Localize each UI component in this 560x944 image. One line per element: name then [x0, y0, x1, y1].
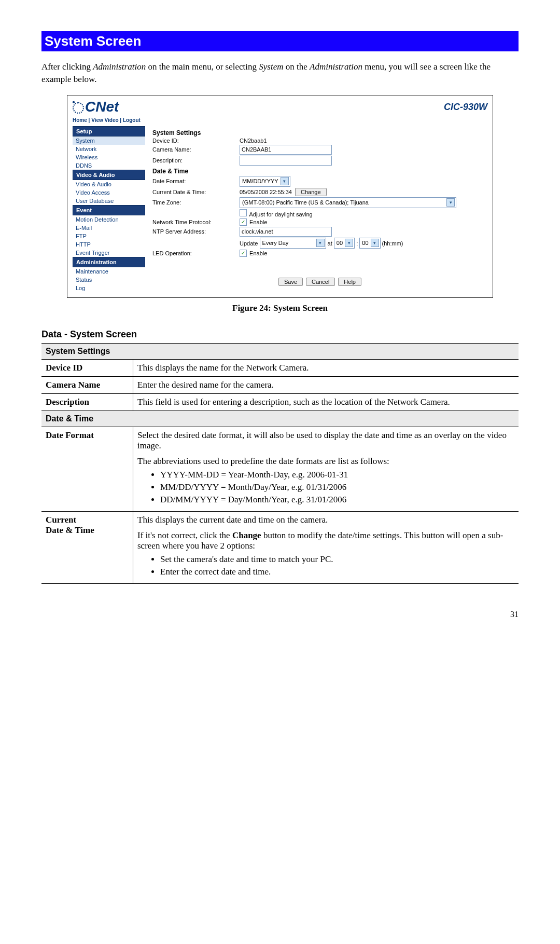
row-current-dt-desc: This displays the current date and time …	[133, 511, 519, 583]
date-format-select[interactable]: MM/DD/YYYY ▾	[240, 176, 290, 187]
hour-select[interactable]: 00▾	[334, 238, 355, 249]
datetime-heading: Date & Time	[152, 168, 487, 175]
current-datetime-value: 05/05/2008 22:55:34	[240, 189, 292, 195]
sidebar-nav: Setup System Network Wireless DDNS Video…	[73, 126, 145, 292]
row-date-format-desc: Select the desired date format, it will …	[133, 427, 519, 511]
minute-select[interactable]: 00▾	[359, 238, 380, 249]
nav-setup-header: Setup	[73, 126, 145, 136]
nav-event-trigger[interactable]: Event Trigger	[73, 249, 145, 257]
ntp-enable-checkbox[interactable]: ✓	[240, 218, 247, 226]
data-section-heading: Data - System Screen	[41, 329, 519, 340]
nav-motion-detection[interactable]: Motion Detection	[73, 215, 145, 224]
content-panel: System Settings Device ID: CN2baab1 Came…	[152, 126, 487, 292]
row-date-format-label: Date Format	[41, 427, 133, 511]
timezone-select[interactable]: (GMT-08:00) Pacific Time (US & Canada); …	[240, 197, 456, 208]
figure-caption: Figure 24: System Screen	[41, 303, 519, 313]
led-enable-checkbox[interactable]: ✓	[240, 250, 247, 257]
timezone-label: Time Zone:	[152, 199, 235, 206]
row-current-dt-label: Current Date & Time	[41, 511, 133, 583]
chevron-down-icon: ▾	[371, 239, 379, 247]
row-device-id-label: Device ID	[41, 359, 133, 376]
description-input[interactable]	[240, 156, 332, 166]
breadcrumb-home[interactable]: Home	[73, 117, 87, 123]
row-camera-name-label: Camera Name	[41, 376, 133, 393]
ntp-label: Network Time Protocol:	[152, 219, 235, 225]
help-button[interactable]: Help	[338, 278, 361, 286]
nav-user-database[interactable]: User Database	[73, 197, 145, 205]
nav-system[interactable]: System	[73, 136, 145, 145]
logo-icon	[73, 101, 84, 113]
daylight-label: Adjust for daylight saving	[249, 211, 312, 217]
nav-event-header: Event	[73, 205, 145, 215]
camera-name-label: Camera Name:	[152, 146, 235, 153]
page-number: 31	[41, 610, 519, 619]
nav-maintenance[interactable]: Maintenance	[73, 267, 145, 276]
nav-network[interactable]: Network	[73, 145, 145, 153]
row-camera-name-desc: Enter the desired name for the camera.	[133, 376, 519, 393]
current-datetime-label: Current Date & Time:	[152, 189, 235, 195]
daylight-checkbox[interactable]	[240, 209, 247, 216]
nav-status[interactable]: Status	[73, 276, 145, 284]
nav-log[interactable]: Log	[73, 284, 145, 292]
ntp-enable-label: Enable	[249, 218, 267, 225]
system-settings-heading: System Settings	[152, 129, 487, 136]
intro-paragraph: After clicking Administration on the mai…	[41, 61, 519, 86]
breadcrumb-logout[interactable]: Logout	[123, 117, 141, 123]
ntp-server-label: NTP Server Address:	[152, 228, 235, 235]
cancel-button[interactable]: Cancel	[306, 278, 335, 286]
hhmm-hint: (hh:mm)	[382, 240, 403, 246]
update-frequency-select[interactable]: Every Day ▾	[260, 238, 326, 249]
system-screen-screenshot: CNet CIC-930W Home | View Video | Logout…	[67, 95, 493, 298]
nav-wireless[interactable]: Wireless	[73, 153, 145, 161]
breadcrumb-view-video[interactable]: View Video	[91, 117, 118, 123]
chevron-down-icon: ▾	[446, 198, 455, 207]
data-table: System Settings Device ID This displays …	[41, 343, 519, 584]
date-format-label: Date Format:	[152, 178, 235, 184]
breadcrumb: Home | View Video | Logout	[67, 117, 493, 126]
nav-ftp[interactable]: FTP	[73, 232, 145, 240]
change-button[interactable]: Change	[295, 188, 327, 196]
chevron-down-icon: ▾	[316, 239, 325, 247]
nav-admin-header: Administration	[73, 257, 145, 267]
description-label: Description:	[152, 157, 235, 163]
device-id-value: CN2baab1	[240, 138, 487, 144]
cnet-logo: CNet	[73, 99, 119, 115]
update-label: Update	[240, 240, 258, 246]
model-label: CIC-930W	[444, 102, 487, 113]
chevron-down-icon: ▾	[345, 239, 353, 247]
nav-http[interactable]: HTTP	[73, 240, 145, 249]
row-description-label: Description	[41, 393, 133, 411]
nav-email[interactable]: E-Mail	[73, 224, 145, 232]
row-device-id-desc: This displays the name for the Network C…	[133, 359, 519, 376]
ntp-server-input[interactable]	[240, 227, 332, 237]
section-date-time: Date & Time	[41, 411, 519, 427]
save-button[interactable]: Save	[278, 278, 303, 286]
nav-video-access[interactable]: Video Access	[73, 188, 145, 197]
led-label: LED Operation:	[152, 250, 235, 256]
nav-video-audio-header: Video & Audio	[73, 170, 145, 180]
page-title: System Screen	[41, 31, 519, 51]
camera-name-input[interactable]	[240, 145, 332, 155]
nav-ddns[interactable]: DDNS	[73, 161, 145, 170]
nav-video-audio[interactable]: Video & Audio	[73, 180, 145, 188]
chevron-down-icon: ▾	[281, 177, 289, 185]
row-description-desc: This field is used for entering a descri…	[133, 393, 519, 411]
led-enable-label: Enable	[249, 250, 267, 256]
section-system-settings: System Settings	[41, 343, 519, 359]
device-id-label: Device ID:	[152, 138, 235, 144]
at-label: at	[328, 240, 334, 246]
